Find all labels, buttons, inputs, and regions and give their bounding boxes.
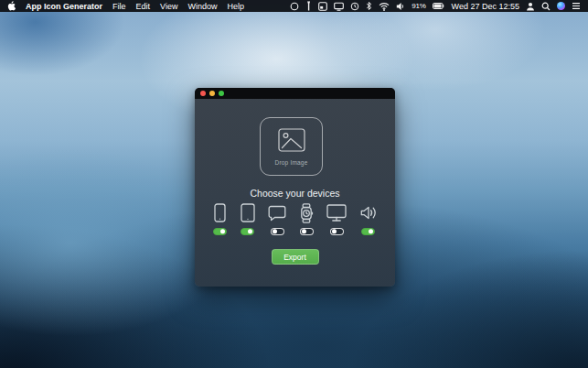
flashlight-icon[interactable] [305,1,312,11]
device-audio [360,203,377,235]
mac-display-icon [326,203,347,222]
menu-item-help[interactable]: Help [227,2,244,11]
app-window: Drop Image Choose your devices [195,88,395,287]
mac-toggle[interactable] [330,228,344,235]
battery-icon[interactable] [433,3,444,9]
iphone-icon [214,203,226,222]
audio-toggle[interactable] [361,228,375,235]
menu-bar: App Icon Generator File Edit View Window… [0,0,588,12]
speaker-icon [360,203,377,222]
menu-item-window[interactable]: Window [187,2,217,11]
message-toggle[interactable] [271,228,284,235]
bluetooth-icon[interactable] [366,1,372,11]
close-button[interactable] [200,91,206,96]
image-placeholder-icon [278,128,305,156]
menu-item-view[interactable]: View [160,2,177,11]
menu-item-edit[interactable]: Edit [136,2,151,11]
message-bubble-icon [268,203,286,222]
device-message [268,203,286,235]
choose-devices-heading: Choose your devices [195,188,395,199]
iphone-toggle[interactable] [213,228,227,235]
watch-toggle[interactable] [300,228,314,235]
apple-watch-icon [300,203,314,222]
display-mirroring-icon[interactable] [334,2,344,11]
desktop-wallpaper: App Icon Generator File Edit View Window… [0,0,588,368]
battery-percentage: 91% [412,2,425,10]
user-icon[interactable] [526,2,535,11]
apple-menu-icon[interactable] [7,1,16,11]
device-selector-row [213,203,377,235]
window-titlebar[interactable] [195,88,395,99]
drop-image-label: Drop Image [275,159,308,166]
app-menu-title[interactable]: App Icon Generator [26,2,102,11]
circle-status-icon[interactable] [290,2,299,11]
menu-bar-clock[interactable]: Wed 27 Dec 12:55 [452,2,519,11]
app-window-icon[interactable] [318,2,327,11]
device-ipad [241,203,255,235]
minimize-button[interactable] [209,91,215,96]
ipad-toggle[interactable] [241,228,254,235]
menu-item-file[interactable]: File [112,2,126,11]
wifi-icon[interactable] [379,2,390,11]
time-machine-icon[interactable] [350,2,359,11]
spotlight-icon[interactable] [541,2,551,11]
ipad-icon [241,203,255,222]
device-watch [300,203,314,235]
zoom-button[interactable] [219,91,224,96]
drop-image-area[interactable]: Drop Image [260,117,323,176]
siri-icon[interactable] [557,2,565,10]
device-iphone [213,203,227,235]
notification-center-icon[interactable] [572,2,581,10]
volume-icon[interactable] [396,2,405,11]
device-mac [326,203,347,235]
export-button[interactable]: Export [272,249,319,265]
